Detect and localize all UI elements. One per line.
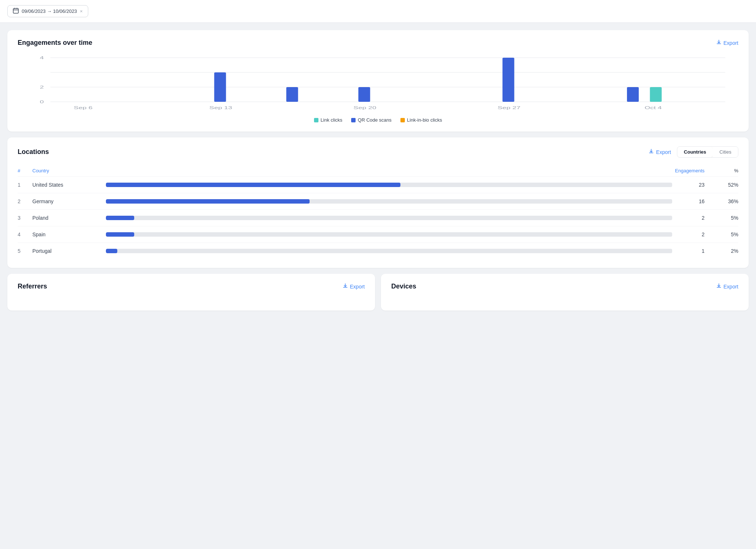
legend-qr-scans-dot [351,118,356,122]
bar-fill [106,232,134,237]
col-engagements: Engagements [672,168,709,173]
row-country: Spain [32,232,106,237]
bar-bg [106,199,672,204]
row-rank: 1 [18,182,32,188]
legend-link-clicks: Link clicks [314,117,342,123]
locations-header: Locations Export Countries Cities [18,146,738,158]
row-bar-container [106,216,672,220]
svg-text:Oct 4: Oct 4 [645,105,662,110]
download-icon [343,283,348,290]
svg-text:2: 2 [40,85,44,89]
row-engagements: 1 [672,248,709,254]
svg-text:Sep 27: Sep 27 [498,105,520,110]
svg-rect-13 [214,72,226,102]
download-icon [716,40,721,46]
row-bar-container [106,199,672,204]
devices-header: Devices Export [391,283,738,290]
row-engagements: 2 [672,232,709,237]
row-percent: 52% [709,182,738,188]
devices-title: Devices [391,283,416,290]
svg-text:Sep 13: Sep 13 [209,105,232,110]
row-rank: 4 [18,232,32,237]
tab-countries[interactable]: Countries [677,147,713,157]
row-rank: 2 [18,198,32,204]
locations-card: Locations Export Countries Cities [7,137,749,268]
col-hash: # [18,168,32,173]
row-bar-container [106,183,672,187]
table-row: 5 Portugal 1 2% [18,243,738,259]
bar-bg [106,232,672,237]
legend-bio-clicks: Link-in-bio clicks [400,117,442,123]
bar-fill [106,249,117,253]
legend-bio-clicks-dot [400,118,405,122]
col-percent: % [709,168,738,173]
locations-table: # Country Engagements % 1 United States … [18,165,738,259]
bottom-row: Referrers Export Devices [7,274,749,311]
legend-qr-scans-label: QR Code scans [358,117,392,123]
engagements-card-header: Engagements over time Export [18,39,738,47]
legend-bio-clicks-label: Link-in-bio clicks [407,117,442,123]
svg-rect-15 [359,87,370,102]
svg-text:Sep 20: Sep 20 [353,105,376,110]
svg-rect-14 [286,87,298,102]
svg-rect-17 [627,87,639,102]
bar-fill [106,216,134,220]
locations-controls: Export Countries Cities [649,146,738,158]
legend-link-clicks-label: Link clicks [321,117,342,123]
chart-svg: 0 2 4 Sep 6 Sep 13 Sep 20 Sep 27 Oct 4 [18,54,738,113]
devices-card: Devices Export [381,274,749,311]
row-country: Portugal [32,248,106,254]
legend-link-clicks-dot [314,118,318,122]
row-percent: 36% [709,198,738,204]
row-country: United States [32,182,106,188]
svg-text:Sep 6: Sep 6 [74,105,93,110]
row-engagements: 16 [672,198,709,204]
download-icon [716,283,721,290]
location-tab-group: Countries Cities [677,146,738,158]
row-percent: 5% [709,215,738,221]
date-range-text: 09/06/2023 → 10/06/2023 [22,8,77,14]
bar-bg [106,183,672,187]
row-rank: 5 [18,248,32,254]
row-percent: 2% [709,248,738,254]
svg-rect-18 [650,87,662,102]
table-row: 1 United States 23 52% [18,177,738,193]
referrers-card: Referrers Export [7,274,375,311]
svg-rect-0 [13,8,18,13]
devices-export-button[interactable]: Export [716,283,738,290]
row-bar-container [106,249,672,253]
download-icon [649,149,654,155]
row-engagements: 23 [672,182,709,188]
bar-bg [106,249,672,253]
svg-text:4: 4 [40,55,44,60]
row-percent: 5% [709,232,738,237]
row-country: Germany [32,198,106,204]
locations-export-button[interactable]: Export [649,149,671,155]
engagements-title: Engagements over time [18,39,92,47]
row-engagements: 2 [672,215,709,221]
bar-fill [106,199,310,204]
row-country: Poland [32,215,106,221]
svg-text:0: 0 [40,100,44,104]
row-bar-container [106,232,672,237]
referrers-title: Referrers [18,283,47,290]
bar-fill [106,183,400,187]
date-range-button[interactable]: 09/06/2023 → 10/06/2023 × [7,5,88,17]
legend-qr-scans: QR Code scans [351,117,392,123]
table-row: 2 Germany 16 36% [18,193,738,210]
table-row: 4 Spain 2 5% [18,226,738,243]
engagements-export-button[interactable]: Export [716,40,738,46]
chart-legend: Link clicks QR Code scans Link-in-bio cl… [18,117,738,123]
table-row: 3 Poland 2 5% [18,210,738,226]
close-icon[interactable]: × [80,8,83,14]
table-header: # Country Engagements % [18,165,738,177]
referrers-header: Referrers Export [18,283,365,290]
svg-rect-16 [503,58,514,102]
referrers-export-button[interactable]: Export [343,283,365,290]
row-rank: 3 [18,215,32,221]
engagements-card: Engagements over time Export 0 2 [7,30,749,132]
tab-cities[interactable]: Cities [713,147,738,157]
calendar-icon [13,8,19,15]
engagements-chart: 0 2 4 Sep 6 Sep 13 Sep 20 Sep 27 Oct 4 [18,54,738,113]
col-country: Country [32,168,106,173]
